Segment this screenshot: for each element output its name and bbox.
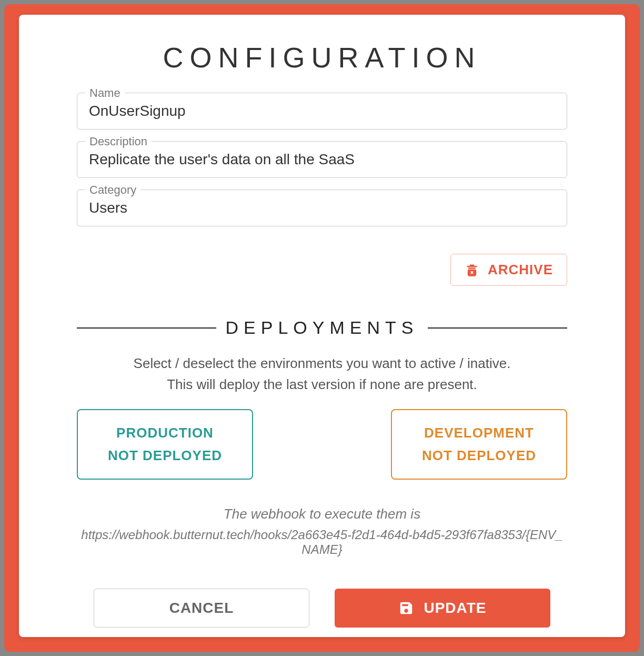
- archive-row: ARCHIVE: [77, 254, 567, 286]
- env-production-name: PRODUCTION: [83, 425, 247, 441]
- env-development-status: NOT DEPLOYED: [397, 448, 561, 464]
- divider-line-left: [77, 327, 216, 329]
- configuration-modal: CONFIGURATION Name Description Category …: [19, 15, 625, 637]
- archive-button-label: ARCHIVE: [488, 262, 553, 278]
- env-development-name: DEVELOPMENT: [397, 425, 561, 441]
- save-icon: [398, 600, 414, 616]
- category-field-wrap: Category: [77, 190, 567, 226]
- description-field-label: Description: [85, 135, 152, 148]
- deployments-title: DEPLOYMENTS: [226, 317, 419, 338]
- cancel-button-label: CANCEL: [169, 600, 234, 617]
- category-field-label: Category: [85, 183, 140, 197]
- env-card-development[interactable]: DEVELOPMENT NOT DEPLOYED: [391, 409, 567, 480]
- name-field-label: Name: [85, 86, 125, 100]
- divider-line-right: [428, 327, 567, 329]
- env-card-production[interactable]: PRODUCTION NOT DEPLOYED: [77, 409, 253, 480]
- deployments-help-line1: Select / deselect the environments you w…: [77, 353, 567, 374]
- action-buttons-row: CANCEL UPDATE: [77, 589, 567, 628]
- webhook-caption: The webhook to execute them is: [77, 506, 567, 522]
- update-button-label: UPDATE: [424, 600, 486, 617]
- archive-button[interactable]: ARCHIVE: [450, 254, 567, 286]
- trash-icon: [465, 263, 479, 277]
- environments-row: PRODUCTION NOT DEPLOYED DEVELOPMENT NOT …: [77, 409, 567, 480]
- description-field-wrap: Description: [77, 141, 567, 178]
- deployments-help: Select / deselect the environments you w…: [77, 353, 567, 395]
- deployments-help-line2: This will deploy the last version if non…: [77, 374, 567, 395]
- webhook-url: https://webhook.butternut.tech/hooks/2a6…: [77, 528, 567, 557]
- name-field-wrap: Name: [77, 93, 567, 130]
- modal-backdrop: CONFIGURATION Name Description Category …: [4, 4, 640, 652]
- name-input[interactable]: [77, 93, 567, 130]
- update-button[interactable]: UPDATE: [335, 589, 550, 628]
- deployments-divider: DEPLOYMENTS: [77, 317, 567, 338]
- cancel-button[interactable]: CANCEL: [94, 589, 309, 628]
- env-production-status: NOT DEPLOYED: [83, 448, 247, 464]
- category-input[interactable]: [77, 190, 567, 226]
- modal-title: CONFIGURATION: [77, 41, 567, 74]
